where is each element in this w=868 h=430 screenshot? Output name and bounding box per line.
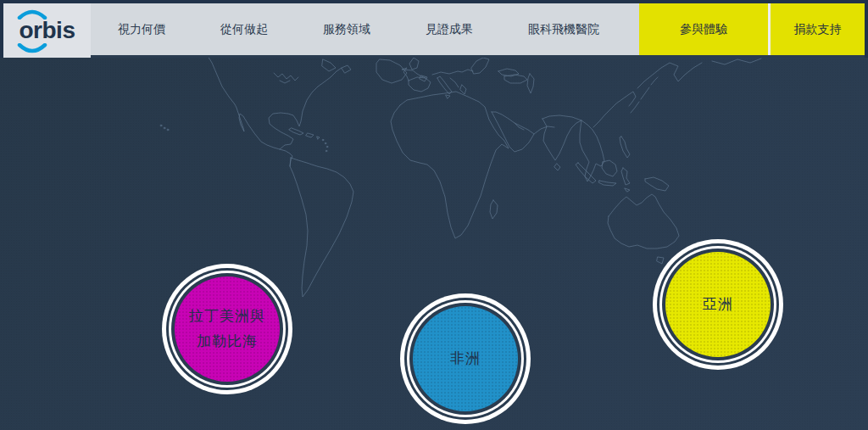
nav-item-service-areas[interactable]: 服務領域	[323, 22, 370, 37]
header-nav-bar: 視力何價 從何做起 服務領域 見證成果 眼科飛機醫院 參與體驗 捐款支持	[91, 3, 865, 58]
orbis-logo[interactable]: orbis	[3, 3, 91, 58]
region-label-line: 拉丁美洲與	[189, 307, 265, 327]
participate-button[interactable]: 參與體驗	[639, 3, 768, 55]
region-button-asia[interactable]: 亞洲	[665, 252, 771, 357]
header: orbis 視力何價 從何做起 服務領域 見證成果 眼科飛機醫院 參與體驗 捐款…	[0, 0, 868, 58]
region-label-line: 加勒比海	[197, 332, 258, 352]
logo-arc-bottom-icon	[17, 43, 47, 53]
region-label-line: 亞洲	[703, 295, 733, 315]
donate-button[interactable]: 捐款支持	[768, 3, 865, 55]
region-button-latin-america-caribbean[interactable]: 拉丁美洲與 加勒比海	[175, 276, 280, 382]
region-label-line: 非洲	[450, 349, 481, 369]
main-nav: 視力何價 從何做起 服務領域 見證成果 眼科飛機醫院	[91, 3, 639, 55]
nav-item-results[interactable]: 見證成果	[426, 22, 473, 37]
nav-item-sight-value[interactable]: 視力何價	[118, 22, 165, 37]
nav-item-flying-eye-hospital[interactable]: 眼科飛機醫院	[528, 22, 599, 37]
logo-arc-top-icon	[17, 9, 47, 20]
nav-item-where-to-start[interactable]: 從何做起	[220, 22, 268, 37]
region-button-africa[interactable]: 非洲	[413, 306, 518, 411]
logo-text: orbis	[19, 17, 75, 43]
